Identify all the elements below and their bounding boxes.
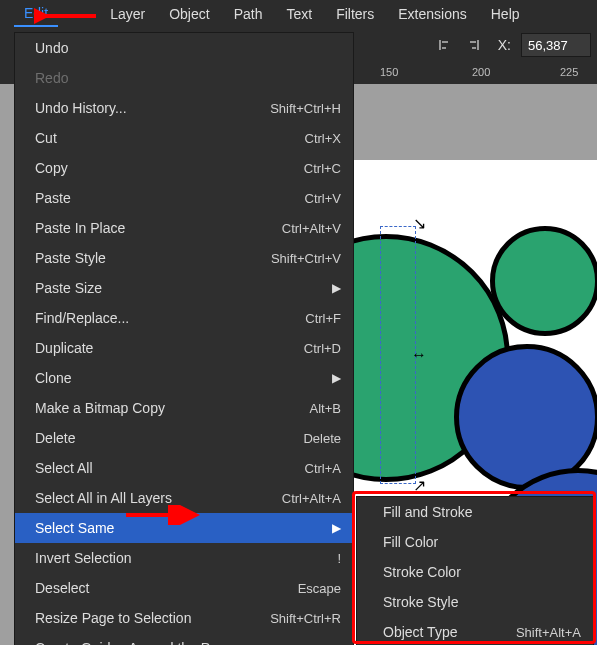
menu-item-cut[interactable]: CutCtrl+X xyxy=(15,123,353,153)
submenu-item-label: Stroke Style xyxy=(383,594,581,610)
submenu-item-stroke-color[interactable]: Stroke Color xyxy=(357,557,593,587)
submenu-arrow-icon: ▶ xyxy=(332,281,341,295)
menu-item-accelerator: Shift+Ctrl+V xyxy=(271,251,341,266)
menu-item-redo: Redo xyxy=(15,63,353,93)
selection-handle-side[interactable]: ↔ xyxy=(412,348,426,362)
menu-item-label: Cut xyxy=(35,130,305,146)
menubar-item-edit[interactable]: Edit xyxy=(14,1,58,27)
submenu-item-accelerator: Shift+Alt+A xyxy=(516,625,581,640)
menu-item-label: Make a Bitmap Copy xyxy=(35,400,310,416)
menu-item-resize-page-to-selection[interactable]: Resize Page to SelectionShift+Ctrl+R xyxy=(15,603,353,633)
menubar-item-layer[interactable]: Layer xyxy=(100,2,155,26)
menu-item-select-same[interactable]: Select Same▶ xyxy=(15,513,353,543)
align-right-icon[interactable] xyxy=(464,36,482,54)
menu-item-label: Resize Page to Selection xyxy=(35,610,270,626)
menu-item-duplicate[interactable]: DuplicateCtrl+D xyxy=(15,333,353,363)
menu-item-undo[interactable]: Undo xyxy=(15,33,353,63)
coord-x-input[interactable] xyxy=(521,33,591,57)
menu-item-label: Paste In Place xyxy=(35,220,282,236)
menu-item-invert-selection[interactable]: Invert Selection! xyxy=(15,543,353,573)
ruler-tick: 150 xyxy=(380,66,398,78)
select-same-submenu: Fill and StrokeFill ColorStroke ColorStr… xyxy=(356,496,594,645)
submenu-item-fill-color[interactable]: Fill Color xyxy=(357,527,593,557)
selection-handle-corner[interactable]: ↗ xyxy=(412,478,426,492)
ruler-tick: 225 xyxy=(560,66,578,78)
menu-item-label: Paste Style xyxy=(35,250,271,266)
menu-item-label: Select All in All Layers xyxy=(35,490,282,506)
menu-item-label: Select Same xyxy=(35,520,332,536)
menu-item-accelerator: Shift+Ctrl+H xyxy=(270,101,341,116)
menu-item-delete[interactable]: DeleteDelete xyxy=(15,423,353,453)
menubar-item-object[interactable]: Object xyxy=(159,2,219,26)
submenu-item-label: Fill and Stroke xyxy=(383,504,581,520)
submenu-arrow-icon: ▶ xyxy=(332,521,341,535)
menubar-item-extensions[interactable]: Extensions xyxy=(388,2,476,26)
menu-item-copy[interactable]: CopyCtrl+C xyxy=(15,153,353,183)
submenu-item-stroke-style[interactable]: Stroke Style xyxy=(357,587,593,617)
menu-item-label: Deselect xyxy=(35,580,298,596)
menu-item-label: Create Guides Around the Page xyxy=(35,640,341,645)
menu-item-paste-size[interactable]: Paste Size▶ xyxy=(15,273,353,303)
menubar-item-filters[interactable]: Filters xyxy=(326,2,384,26)
menu-item-create-guides-around-the-page[interactable]: Create Guides Around the Page xyxy=(15,633,353,645)
menu-item-accelerator: Shift+Ctrl+R xyxy=(270,611,341,626)
coord-x-label: X: xyxy=(498,37,511,53)
menu-item-label: Copy xyxy=(35,160,304,176)
menu-item-paste-style[interactable]: Paste StyleShift+Ctrl+V xyxy=(15,243,353,273)
submenu-item-label: Stroke Color xyxy=(383,564,581,580)
menu-item-undo-history[interactable]: Undo History...Shift+Ctrl+H xyxy=(15,93,353,123)
selection-handle-corner[interactable]: ↘ xyxy=(412,216,426,230)
menu-item-accelerator: Ctrl+D xyxy=(304,341,341,356)
menu-item-label: Undo xyxy=(35,40,341,56)
menu-item-accelerator: Ctrl+C xyxy=(304,161,341,176)
menubar-item-help[interactable]: Help xyxy=(481,2,530,26)
menubar: EditLayerObjectPathTextFiltersExtensions… xyxy=(0,0,597,28)
menu-item-label: Select All xyxy=(35,460,305,476)
menu-item-accelerator: Ctrl+A xyxy=(305,461,341,476)
menu-item-label: Invert Selection xyxy=(35,550,337,566)
menu-item-clone[interactable]: Clone▶ xyxy=(15,363,353,393)
ruler-tick: 200 xyxy=(472,66,490,78)
submenu-arrow-icon: ▶ xyxy=(332,371,341,385)
menu-item-accelerator: ! xyxy=(337,551,341,566)
menu-item-accelerator: Delete xyxy=(303,431,341,446)
menu-item-label: Paste Size xyxy=(35,280,332,296)
menu-item-label: Paste xyxy=(35,190,305,206)
align-left-icon[interactable] xyxy=(436,36,454,54)
menu-item-label: Clone xyxy=(35,370,332,386)
submenu-item-label: Fill Color xyxy=(383,534,581,550)
menu-item-select-all[interactable]: Select AllCtrl+A xyxy=(15,453,353,483)
menubar-item-path[interactable]: Path xyxy=(224,2,273,26)
menu-item-label: Find/Replace... xyxy=(35,310,305,326)
menu-item-accelerator: Ctrl+F xyxy=(305,311,341,326)
menubar-item-text[interactable]: Text xyxy=(276,2,322,26)
menu-item-label: Delete xyxy=(35,430,303,446)
menu-item-paste-in-place[interactable]: Paste In PlaceCtrl+Alt+V xyxy=(15,213,353,243)
submenu-item-object-type[interactable]: Object TypeShift+Alt+A xyxy=(357,617,593,645)
submenu-item-fill-and-stroke[interactable]: Fill and Stroke xyxy=(357,497,593,527)
menu-item-accelerator: Escape xyxy=(298,581,341,596)
menu-item-deselect[interactable]: DeselectEscape xyxy=(15,573,353,603)
menu-item-accelerator: Ctrl+V xyxy=(305,191,341,206)
menu-item-accelerator: Alt+B xyxy=(310,401,341,416)
menu-item-accelerator: Ctrl+X xyxy=(305,131,341,146)
menu-item-find-replace[interactable]: Find/Replace...Ctrl+F xyxy=(15,303,353,333)
menu-item-label: Undo History... xyxy=(35,100,270,116)
edit-menu: UndoRedoUndo History...Shift+Ctrl+HCutCt… xyxy=(14,32,354,645)
menu-item-accelerator: Ctrl+Alt+A xyxy=(282,491,341,506)
menu-item-paste[interactable]: PasteCtrl+V xyxy=(15,183,353,213)
menu-item-accelerator: Ctrl+Alt+V xyxy=(282,221,341,236)
menu-item-select-all-in-all-layers[interactable]: Select All in All LayersCtrl+Alt+A xyxy=(15,483,353,513)
menu-item-label: Redo xyxy=(35,70,341,86)
submenu-item-label: Object Type xyxy=(383,624,516,640)
menu-item-make-a-bitmap-copy[interactable]: Make a Bitmap CopyAlt+B xyxy=(15,393,353,423)
canvas-circle[interactable] xyxy=(490,226,597,336)
menu-item-label: Duplicate xyxy=(35,340,304,356)
